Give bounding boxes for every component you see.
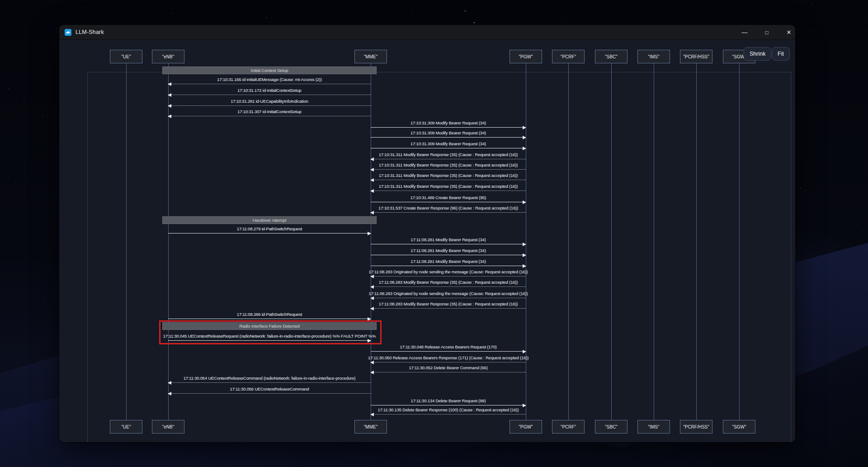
- star: [809, 7, 810, 7]
- star: [85, 7, 85, 8]
- star: [566, 16, 566, 16]
- fit-button[interactable]: Fit: [772, 47, 790, 61]
- star: [812, 32, 813, 32]
- window-titlebar[interactable]: LLM-Shark — □ ✕: [59, 25, 795, 40]
- star: [272, 2, 272, 3]
- app-window: LLM-Shark — □ ✕: [59, 25, 795, 442]
- star: [24, 99, 24, 100]
- star: [42, 116, 43, 117]
- shark-icon: [65, 29, 71, 36]
- close-button[interactable]: ✕: [780, 25, 795, 40]
- star: [465, 10, 466, 11]
- diagram-canvas-frame: [87, 72, 791, 442]
- diagram-content-area: [59, 40, 795, 442]
- star: [800, 188, 801, 189]
- star: [812, 4, 812, 5]
- window-title: LLM-Shark: [75, 29, 104, 35]
- star: [336, 10, 336, 10]
- star: [769, 6, 770, 6]
- shrink-button[interactable]: Shrink: [744, 47, 771, 61]
- star: [35, 138, 35, 138]
- minimize-button[interactable]: —: [736, 25, 754, 40]
- star: [9, 89, 9, 89]
- star: [474, 22, 475, 23]
- star: [8, 177, 9, 178]
- star: [412, 14, 413, 14]
- star: [266, 18, 267, 18]
- star: [805, 190, 805, 191]
- star: [173, 13, 173, 13]
- maximize-button[interactable]: □: [758, 25, 776, 40]
- star: [46, 134, 46, 134]
